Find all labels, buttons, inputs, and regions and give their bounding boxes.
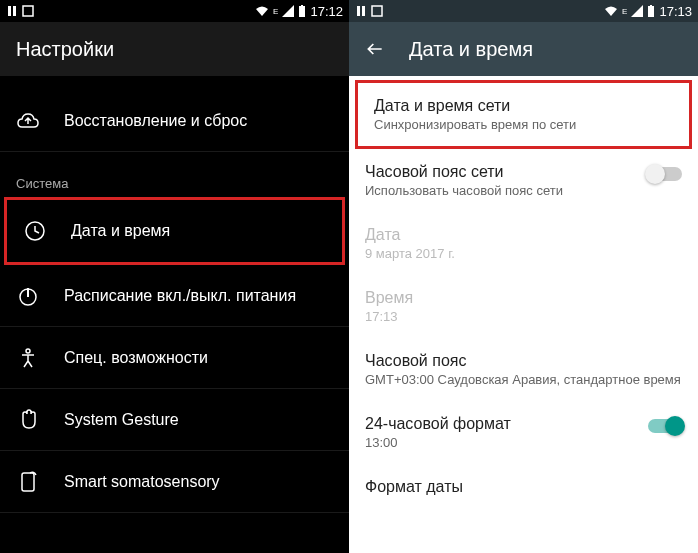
item-label: Расписание вкл./выкл. питания xyxy=(64,287,296,305)
hand-icon xyxy=(16,408,40,432)
app-bar: Дата и время xyxy=(349,22,698,76)
battery-icon xyxy=(298,5,306,17)
setting-subtitle: 17:13 xyxy=(365,309,682,324)
settings-item-backup-reset[interactable]: Восстановление и сброс xyxy=(0,90,349,152)
setting-date-format[interactable]: Формат даты xyxy=(349,464,698,512)
svg-rect-12 xyxy=(648,6,654,17)
setting-subtitle: GMT+03:00 Саудовская Аравия, стандартное… xyxy=(365,372,682,387)
setting-network-time[interactable]: Дата и время сети Синхронизировать время… xyxy=(358,83,689,146)
setting-title: Дата и время сети xyxy=(374,97,673,115)
signal-icon xyxy=(631,5,643,17)
status-time: 17:12 xyxy=(310,4,343,19)
svg-rect-3 xyxy=(299,6,305,17)
back-button[interactable] xyxy=(365,39,385,59)
status-time: 17:13 xyxy=(659,4,692,19)
setting-network-timezone[interactable]: Часовой пояс сети Использовать часовой п… xyxy=(349,149,698,212)
power-icon xyxy=(16,284,40,308)
setting-title: Время xyxy=(365,289,682,307)
battery-icon xyxy=(647,5,655,17)
app-bar: Настройки xyxy=(0,22,349,76)
setting-title: 24-часовой формат xyxy=(365,415,682,433)
toggle-24hour[interactable] xyxy=(648,419,682,433)
svg-rect-8 xyxy=(22,473,34,491)
settings-item-smart-somatosensory[interactable]: Smart somatosensory xyxy=(0,451,349,513)
svg-rect-4 xyxy=(301,5,303,6)
svg-rect-13 xyxy=(650,5,652,6)
svg-rect-9 xyxy=(357,6,360,16)
settings-item-accessibility[interactable]: Спец. возможности xyxy=(0,327,349,389)
svg-point-7 xyxy=(26,349,30,353)
item-label: Восстановление и сброс xyxy=(64,112,247,130)
setting-subtitle: 13:00 xyxy=(365,435,682,450)
app-bar-title: Настройки xyxy=(16,38,114,61)
setting-subtitle: Использовать часовой пояс сети xyxy=(365,183,682,198)
square-icon xyxy=(22,5,34,17)
item-label: Дата и время xyxy=(71,222,170,240)
settings-item-power-schedule[interactable]: Расписание вкл./выкл. питания xyxy=(0,265,349,327)
device-icon xyxy=(16,470,40,494)
setting-subtitle: 9 марта 2017 г. xyxy=(365,246,682,261)
network-label: E xyxy=(273,7,278,16)
wifi-icon xyxy=(604,5,618,17)
setting-time: Время 17:13 xyxy=(349,275,698,338)
setting-title: Часовой пояс сети xyxy=(365,163,682,181)
setting-title: Дата xyxy=(365,226,682,244)
clock-icon xyxy=(23,219,47,243)
signal-icon xyxy=(282,5,294,17)
svg-rect-1 xyxy=(13,6,16,16)
network-label: E xyxy=(622,7,627,16)
accessibility-icon xyxy=(16,346,40,370)
settings-item-system-gesture[interactable]: System Gesture xyxy=(0,389,349,451)
toggle-network-timezone[interactable] xyxy=(648,167,682,181)
svg-rect-2 xyxy=(23,6,33,16)
app-bar-title: Дата и время xyxy=(409,38,533,61)
settings-item-date-time[interactable]: Дата и время xyxy=(7,200,342,262)
svg-rect-0 xyxy=(8,6,11,16)
item-label: Спец. возможности xyxy=(64,349,208,367)
item-label: Smart somatosensory xyxy=(64,473,220,491)
setting-date: Дата 9 марта 2017 г. xyxy=(349,212,698,275)
setting-title: Часовой пояс xyxy=(365,352,682,370)
setting-timezone[interactable]: Часовой пояс GMT+03:00 Саудовская Аравия… xyxy=(349,338,698,401)
svg-rect-10 xyxy=(362,6,365,16)
pause-icon xyxy=(355,5,367,17)
status-bar: E 17:13 xyxy=(349,0,698,22)
item-label: System Gesture xyxy=(64,411,179,429)
square-icon xyxy=(371,5,383,17)
setting-title: Формат даты xyxy=(365,478,682,496)
section-header-system: Система xyxy=(0,166,349,197)
wifi-icon xyxy=(255,5,269,17)
pause-icon xyxy=(6,5,18,17)
cloud-icon xyxy=(16,109,40,133)
svg-rect-11 xyxy=(372,6,382,16)
setting-subtitle: Синхронизировать время по сети xyxy=(374,117,673,132)
setting-24hour-format[interactable]: 24-часовой формат 13:00 xyxy=(349,401,698,464)
status-bar: E 17:12 xyxy=(0,0,349,22)
